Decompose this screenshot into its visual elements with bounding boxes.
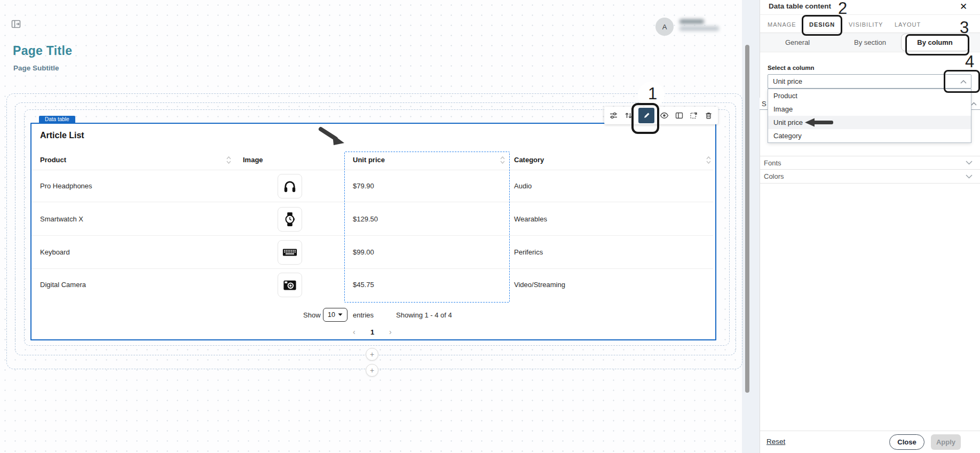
sidebar-toggle-icon[interactable]: [11, 19, 21, 29]
apply-button[interactable]: Apply: [931, 434, 961, 450]
move-widget-icon[interactable]: [689, 111, 698, 120]
pointer-arrow-annotation: [317, 125, 346, 148]
cell-image: [278, 240, 302, 265]
cell-category: Wearables: [514, 215, 547, 223]
colors-section-label: Colors: [764, 172, 784, 180]
tab-manage[interactable]: MANAGE: [768, 21, 796, 28]
avatar-letter: A: [662, 23, 667, 31]
dropdown-option-category[interactable]: Category: [768, 129, 971, 142]
settings-sliders-icon[interactable]: [609, 111, 618, 120]
prev-page-button[interactable]: ‹: [353, 328, 355, 336]
dropdown-option-product[interactable]: Product: [768, 89, 971, 102]
add-section-button[interactable]: +: [366, 348, 378, 361]
dropdown-option-unit-price[interactable]: Unit price: [768, 116, 971, 129]
chevron-down-icon: [966, 174, 973, 179]
subtab-by-section[interactable]: By section: [854, 38, 886, 46]
selected-column-outline: [344, 152, 510, 303]
canvas-gutter: [742, 0, 760, 453]
watch-icon: [282, 211, 298, 227]
divider: [760, 14, 980, 15]
cell-product: Smartwatch X: [40, 215, 83, 223]
tab-layout[interactable]: LAYOUT: [895, 21, 921, 28]
annotation-number-2: 2: [838, 0, 847, 18]
fonts-section[interactable]: Fonts: [760, 156, 980, 170]
cell-category: Video/Streaming: [514, 281, 565, 289]
chevron-icon: [971, 102, 977, 106]
keyboard-icon: [281, 244, 298, 261]
showing-text: Showing 1 - 4 of 4: [396, 311, 452, 319]
fonts-section-label: Fonts: [764, 159, 781, 167]
annotation-number-4: 4: [965, 52, 974, 71]
panel-title: Data table content: [769, 2, 831, 10]
layout-columns-icon[interactable]: [675, 111, 684, 120]
page-subtitle: Page Subtitle: [13, 64, 59, 72]
page-size-select[interactable]: 10: [323, 308, 347, 322]
camera-icon: [282, 277, 298, 293]
table-title: Article List: [40, 131, 84, 140]
column-select-value: Unit price: [773, 77, 802, 85]
cell-product: Keyboard: [40, 248, 70, 256]
annotation-number-1: 1: [648, 84, 657, 104]
cell-product: Pro Headphones: [40, 182, 92, 190]
widget-badge: Data table: [39, 116, 75, 123]
cell-image: [278, 273, 302, 297]
sort-icon[interactable]: [226, 155, 232, 165]
chevron-down-icon: [966, 161, 973, 165]
user-name-blurred: [679, 19, 704, 24]
chevron-down-icon: [338, 313, 343, 316]
app-window: Page Title Page Subtitle A Data table Ar…: [0, 0, 980, 453]
close-button-label: Close: [897, 438, 916, 446]
annotation-box-step3: [905, 34, 969, 55]
select-column-label: Select a column: [768, 65, 815, 71]
option-arrow-annotation: [805, 118, 835, 127]
subtab-general[interactable]: General: [785, 38, 810, 46]
cell-product: Digital Camera: [40, 281, 86, 289]
cell-category: Audio: [514, 182, 532, 190]
annotation-box-step4: [944, 70, 980, 93]
user-email-blurred: [679, 26, 719, 31]
apply-button-label: Apply: [936, 438, 955, 446]
show-label: Show: [303, 311, 321, 319]
column-header-image[interactable]: Image: [243, 156, 263, 164]
tab-visibility[interactable]: VISIBILITY: [849, 21, 883, 28]
annotation-box-step2: [802, 15, 842, 36]
annotation-number-3: 3: [960, 18, 969, 37]
cell-image: [278, 174, 302, 198]
panel-close-icon[interactable]: ✕: [960, 1, 967, 12]
headphones-icon: [282, 178, 298, 194]
cell-category: Periferics: [514, 248, 543, 256]
annotation-box-step1: [631, 103, 659, 134]
page-title: Page Title: [13, 44, 72, 58]
column-dropdown-list: Product Image Unit price Category: [768, 89, 971, 143]
occluded-section-label: S: [762, 100, 766, 108]
page-number[interactable]: 1: [370, 328, 374, 336]
column-header-category[interactable]: Category: [514, 156, 544, 164]
cell-image: [278, 207, 302, 232]
sort-icon[interactable]: [706, 155, 712, 165]
reset-link[interactable]: Reset: [766, 438, 785, 446]
vertical-scrollbar[interactable]: [745, 45, 749, 393]
add-section-button[interactable]: +: [366, 364, 378, 377]
colors-section[interactable]: Colors: [760, 170, 980, 184]
page-size-value: 10: [328, 311, 335, 319]
widget-toolbar: [604, 107, 718, 124]
next-page-button[interactable]: ›: [389, 328, 392, 336]
column-header-product[interactable]: Product: [40, 156, 66, 164]
avatar[interactable]: A: [655, 18, 674, 36]
delete-trash-icon[interactable]: [704, 111, 713, 120]
visibility-eye-icon[interactable]: [660, 111, 669, 120]
divider: [760, 431, 980, 431]
dropdown-option-image[interactable]: Image: [768, 102, 971, 116]
entries-label: entries: [353, 311, 374, 319]
close-button[interactable]: Close: [889, 434, 924, 450]
